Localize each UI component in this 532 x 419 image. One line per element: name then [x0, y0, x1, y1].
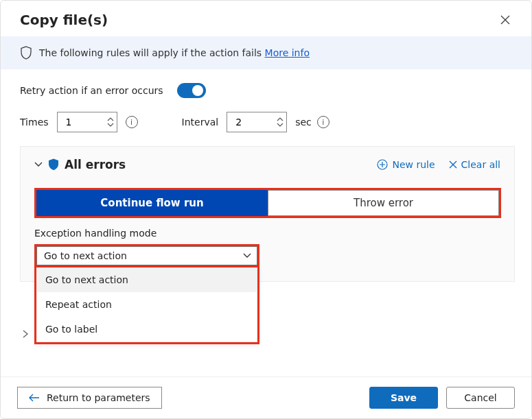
toggle-knob [192, 85, 203, 96]
interval-unit: sec [295, 117, 312, 128]
chevron-up-icon[interactable] [277, 117, 284, 121]
shield-solid-icon [48, 158, 59, 171]
errors-title: All errors [65, 158, 126, 171]
cancel-button[interactable]: Cancel [446, 387, 515, 409]
chevron-down-icon[interactable] [107, 123, 114, 127]
shield-icon [20, 46, 32, 60]
dropdown-option[interactable]: Go to next action [36, 267, 257, 292]
x-icon [449, 160, 457, 169]
times-input[interactable] [65, 116, 92, 128]
return-to-parameters-button[interactable]: Return to parameters [17, 387, 162, 409]
dropdown-option[interactable]: Repeat action [36, 292, 257, 317]
chevron-down-icon [243, 253, 251, 259]
segment-throw-error[interactable]: Throw error [268, 190, 499, 216]
chevron-down-icon[interactable] [34, 162, 43, 167]
interval-label: Interval [182, 117, 219, 128]
times-label: Times [20, 117, 49, 128]
dialog-title: Copy file(s) [20, 12, 108, 28]
times-stepper[interactable] [57, 112, 117, 132]
errors-card: All errors New rule Clear all Continue f… [20, 146, 515, 282]
flow-behavior-segmented: Continue flow run Throw error [34, 188, 501, 218]
chevron-up-icon[interactable] [107, 117, 114, 121]
times-info-icon[interactable]: i [126, 116, 138, 128]
retry-toggle[interactable] [177, 83, 206, 98]
more-info-link[interactable]: More info [265, 47, 310, 58]
close-button[interactable] [496, 10, 515, 29]
plus-circle-icon [377, 159, 388, 170]
dropdown-option[interactable]: Go to label [36, 317, 257, 342]
save-button[interactable]: Save [369, 387, 438, 409]
exception-mode-value: Go to next action [44, 250, 127, 261]
arrow-left-icon [29, 394, 40, 402]
clear-all-button[interactable]: Clear all [449, 159, 500, 170]
chevron-right-icon[interactable] [22, 329, 29, 339]
new-rule-button[interactable]: New rule [377, 159, 435, 170]
exception-mode-label: Exception handling mode [34, 228, 500, 239]
interval-input[interactable] [234, 116, 262, 128]
interval-info-icon[interactable]: i [317, 116, 329, 128]
chevron-down-icon[interactable] [277, 123, 284, 127]
exception-mode-select[interactable]: Go to next action [36, 246, 257, 265]
info-banner: The following rules will apply if the ac… [1, 36, 531, 69]
retry-label: Retry action if an error occurs [20, 85, 163, 96]
interval-stepper[interactable] [227, 112, 287, 132]
exception-mode-dropdown: Go to next action Repeat action Go to la… [34, 267, 259, 344]
info-banner-text: The following rules will apply if the ac… [39, 47, 265, 58]
segment-continue-flow[interactable]: Continue flow run [36, 190, 268, 216]
close-icon [500, 15, 510, 25]
